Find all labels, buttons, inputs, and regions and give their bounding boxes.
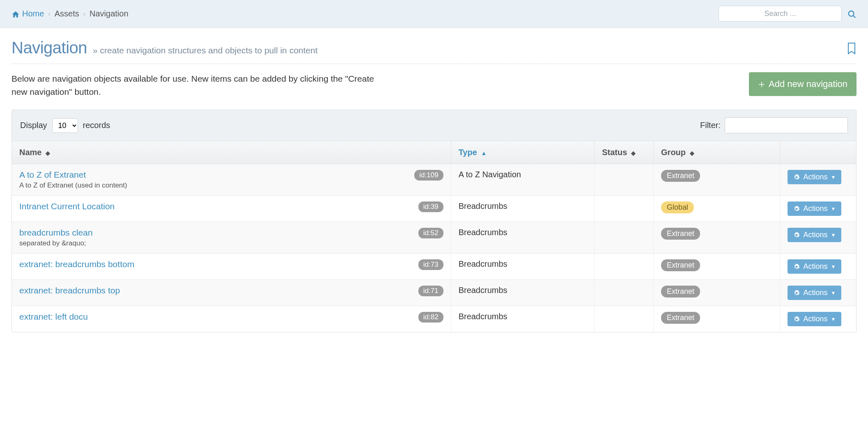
page-header: Navigation » create navigation structure…: [0, 28, 868, 61]
add-button-label: Add new navigation: [769, 79, 847, 89]
row-type: Breadcrumbs: [451, 280, 595, 306]
intro-text: Below are navigation objects available f…: [11, 72, 381, 98]
gear-icon: [793, 173, 800, 181]
col-status[interactable]: Status ◆: [595, 141, 654, 164]
id-badge: id:109: [414, 170, 443, 181]
breadcrumb-current: Navigation: [90, 9, 129, 18]
actions-label: Actions: [803, 262, 827, 271]
id-badge: id:39: [418, 201, 443, 212]
breadcrumb-bar: Home › Assets › Navigation: [0, 0, 868, 28]
add-new-navigation-button[interactable]: Add new navigation: [749, 72, 857, 96]
breadcrumb-home-label: Home: [22, 9, 44, 18]
row-name-link[interactable]: breadcrumbs clean: [19, 228, 93, 238]
gear-icon: [793, 262, 800, 271]
row-type: Breadcrumbs: [451, 196, 595, 222]
row-status: [595, 164, 654, 196]
id-badge: id:71: [418, 286, 443, 296]
actions-button[interactable]: Actions▼: [788, 201, 841, 216]
table-row: extranet: breadcrumbs bottomid:73Breadcr…: [12, 254, 856, 280]
caret-down-icon: ▼: [831, 232, 836, 238]
group-badge: Extranet: [661, 259, 700, 271]
search-wrap: [719, 6, 857, 22]
display-wrap: Display 10 records: [20, 118, 110, 133]
search-icon[interactable]: [847, 9, 857, 19]
home-icon: [11, 9, 20, 18]
actions-button[interactable]: Actions▼: [788, 286, 841, 300]
row-name-link[interactable]: Intranet Current Location: [19, 201, 115, 211]
caret-down-icon: ▼: [831, 290, 836, 296]
records-label: records: [83, 121, 110, 130]
row-type: Breadcrumbs: [451, 222, 595, 254]
actions-label: Actions: [803, 288, 827, 297]
row-name-link[interactable]: A to Z of Extranet: [19, 170, 127, 180]
id-badge: id:73: [418, 259, 443, 270]
bookmark-icon[interactable]: [847, 41, 857, 55]
row-status: [595, 280, 654, 306]
row-status: [595, 222, 654, 254]
table-row: extranet: breadcrumbs topid:71Breadcrumb…: [12, 280, 856, 306]
gear-icon: [793, 315, 800, 323]
caret-down-icon: ▼: [831, 206, 836, 212]
actions-button[interactable]: Actions▼: [788, 259, 841, 274]
breadcrumb-assets[interactable]: Assets: [55, 9, 79, 18]
caret-down-icon: ▼: [831, 174, 836, 180]
gear-icon: [793, 231, 800, 239]
row-desc: separated by &raquo;: [19, 239, 93, 247]
table-row: Intranet Current Locationid:39Breadcrumb…: [12, 196, 856, 222]
group-badge: Extranet: [661, 312, 700, 324]
col-group[interactable]: Group ◆: [654, 141, 780, 164]
actions-label: Actions: [803, 173, 827, 181]
sort-icon: ◆: [690, 150, 694, 156]
group-badge: Extranet: [661, 170, 700, 182]
table-controls: Display 10 records Filter:: [12, 110, 856, 141]
table-row: extranet: left docuid:82BreadcrumbsExtra…: [12, 306, 856, 332]
caret-down-icon: ▼: [831, 264, 836, 270]
sort-icon: ◆: [631, 150, 636, 156]
page-subtitle: » create navigation structures and objec…: [93, 46, 318, 55]
actions-label: Actions: [803, 315, 827, 323]
group-badge: Global: [661, 201, 694, 213]
gear-icon: [793, 204, 800, 213]
gear-icon: [793, 288, 800, 297]
actions-button[interactable]: Actions▼: [788, 170, 841, 184]
chevron-right-icon: ›: [48, 10, 50, 18]
breadcrumb: Home › Assets › Navigation: [11, 9, 129, 18]
actions-button[interactable]: Actions▼: [788, 228, 841, 242]
group-badge: Extranet: [661, 286, 700, 298]
divider: [11, 64, 857, 64]
table-panel: Display 10 records Filter: Name ◆ Type ▲…: [11, 110, 857, 332]
display-label: Display: [20, 121, 47, 130]
table-row: A to Z of ExtranetA to Z of Extranet (us…: [12, 164, 856, 196]
row-name-link[interactable]: extranet: left docu: [19, 312, 88, 322]
id-badge: id:82: [418, 312, 443, 323]
svg-line-1: [853, 15, 856, 18]
row-name-link[interactable]: extranet: breadcrumbs top: [19, 286, 120, 295]
actions-label: Actions: [803, 231, 827, 239]
row-status: [595, 306, 654, 332]
row-type: Breadcrumbs: [451, 254, 595, 280]
caret-down-icon: ▼: [831, 316, 836, 322]
col-type[interactable]: Type ▲: [451, 141, 595, 164]
chevron-right-icon: ›: [83, 10, 85, 18]
page-title-wrap: Navigation » create navigation structure…: [11, 39, 318, 57]
sort-icon: ◆: [46, 150, 50, 156]
table-row: breadcrumbs cleanseparated by &raquo;id:…: [12, 222, 856, 254]
actions-button[interactable]: Actions▼: [788, 312, 841, 326]
page-title: Navigation: [11, 39, 87, 57]
filter-label: Filter:: [700, 121, 721, 130]
row-type: A to Z Navigation: [451, 164, 595, 196]
intro-row: Below are navigation objects available f…: [0, 72, 868, 110]
actions-label: Actions: [803, 204, 827, 213]
search-input[interactable]: [719, 6, 842, 22]
col-actions: [780, 141, 856, 164]
row-name-link[interactable]: extranet: breadcrumbs bottom: [19, 259, 134, 269]
id-badge: id:52: [418, 228, 443, 238]
plus-icon: [758, 79, 765, 89]
breadcrumb-home-link[interactable]: Home: [11, 9, 44, 18]
group-badge: Extranet: [661, 228, 700, 240]
row-desc: A to Z of Extranet (used in content): [19, 181, 127, 190]
col-name[interactable]: Name ◆: [12, 141, 451, 164]
data-table: Name ◆ Type ▲ Status ◆ Group ◆ A to Z of…: [12, 141, 856, 332]
display-select[interactable]: 10: [52, 118, 78, 133]
filter-input[interactable]: [725, 117, 848, 133]
